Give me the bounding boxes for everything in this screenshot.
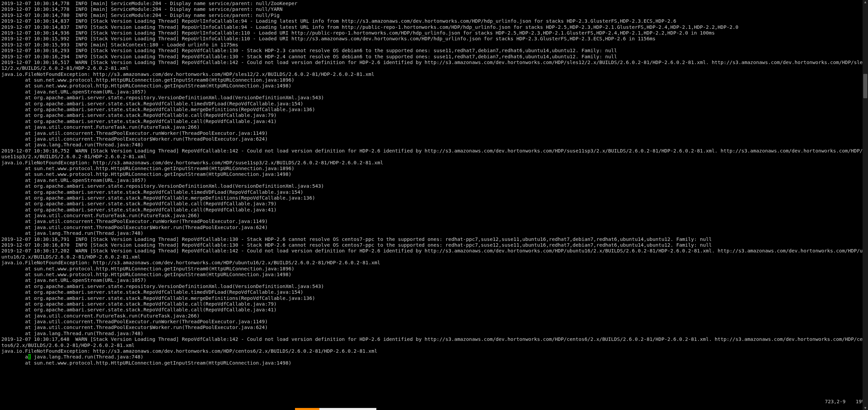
log-line: at java.lang.Thread.run(Thread.java:748): [1, 331, 867, 336]
log-line: at java.util.concurrent.ThreadPoolExecut…: [1, 225, 867, 230]
log-line: at java.net.URL.openStream(URL.java:1057…: [1, 278, 867, 283]
log-line: 2019-12-07 10:30:14,837 INFO [Stack Vers…: [1, 18, 867, 24]
log-line: at org.apache.ambari.server.state.stack.…: [1, 107, 867, 112]
log-line: at org.apache.ambari.server.state.stack.…: [1, 307, 867, 313]
log-line: at java.lang.Thread.run(Thread.java:748): [1, 230, 867, 236]
log-line: 2019-12-07 10:30:15,993 INFO [main] Stac…: [1, 42, 867, 48]
vim-status-bar: 723,2-9 19%: [791, 399, 866, 405]
log-line: at org.apache.ambari.server.state.stack.…: [1, 301, 867, 307]
log-line: at org.apache.ambari.server.state.stack.…: [1, 207, 867, 213]
log-line: at java.net.URL.openStream(URL.java:1057…: [1, 89, 867, 95]
log-line: 2019-12-07 10:30:17,202 WARN [Stack Vers…: [1, 248, 867, 260]
log-line: at org.apache.ambari.server.state.stack.…: [1, 201, 867, 207]
log-line: at org.apache.ambari.server.state.stack.…: [1, 119, 867, 124]
terminal-viewport[interactable]: 2019-12-07 10:30:14,778 INFO [main] Serv…: [0, 0, 868, 410]
text-cursor: t: [28, 354, 31, 360]
log-line: at org.apache.ambari.server.state.reposi…: [1, 284, 867, 289]
log-line: 2019-12-07 10:30:14,936 INFO [Stack Vers…: [1, 30, 867, 36]
log-line: 2019-12-07 10:30:16,870 INFO [Stack Vers…: [1, 242, 867, 248]
scroll-down-icon[interactable]: ▼: [863, 406, 867, 410]
log-line: at java.util.concurrent.FutureTask.run(F…: [1, 213, 867, 219]
log-line: at sun.net.www.protocol.http.HttpURLConn…: [1, 266, 867, 272]
log-line: 2019-12-07 10:30:14,778 INFO [main] Serv…: [1, 6, 867, 12]
log-line: 2019-12-07 10:30:14,780 INFO [main] Serv…: [1, 13, 867, 18]
log-line: java.io.FileNotFoundException: http://s3…: [1, 160, 867, 166]
log-line: at org.apache.ambari.server.state.stack.…: [1, 189, 867, 195]
log-line: 2019-12-07 10:30:14,778 INFO [main] Serv…: [1, 1, 867, 6]
log-line: at sun.net.www.protocol.http.HttpURLConn…: [1, 360, 867, 366]
log-line: at org.apache.ambari.server.state.reposi…: [1, 95, 867, 101]
log-line: 2019-12-07 10:30:17,648 WARN [Stack Vers…: [1, 336, 867, 348]
log-line: at java.util.concurrent.ThreadPoolExecut…: [1, 136, 867, 142]
log-line: 2019-12-07 10:30:16,517 WARN [Stack Vers…: [1, 60, 867, 71]
log-line: at java.net.URL.openStream(URL.java:1057…: [1, 178, 867, 183]
log-line: 2019-12-07 10:30:15,992 INFO [Stack Vers…: [1, 36, 867, 42]
scroll-up-icon[interactable]: ▲: [863, 0, 867, 4]
log-line: at org.apache.ambari.server.state.stack.…: [1, 101, 867, 107]
log-line: 2019-12-07 10:30:16,752 WARN [Stack Vers…: [1, 148, 867, 160]
log-line: java.io.FileNotFoundException: http://s3…: [1, 348, 867, 354]
log-line: java.io.FileNotFoundException: http://s3…: [1, 260, 867, 266]
log-line: at org.apache.ambari.server.state.stack.…: [1, 112, 867, 118]
log-line: 2019-12-07 10:30:16,294 INFO [Stack Vers…: [1, 54, 867, 60]
log-line: java.io.FileNotFoundException: http://s3…: [1, 71, 867, 77]
log-line: at java.util.concurrent.ThreadPoolExecut…: [1, 130, 867, 136]
log-line: at sun.net.www.protocol.http.HttpURLConn…: [1, 83, 867, 89]
log-line: 2019-12-07 10:30:14,837 INFO [Stack Vers…: [1, 24, 867, 30]
log-line: 2019-12-07 10:30:16,791 INFO [Stack Vers…: [1, 237, 867, 242]
log-line: at sun.net.www.protocol.http.HttpURLConn…: [1, 272, 867, 278]
log-line: at org.apache.ambari.server.state.stack.…: [1, 295, 867, 301]
log-line: at sun.net.www.protocol.http.HttpURLConn…: [1, 77, 867, 83]
log-line: at java.util.concurrent.ThreadPoolExecut…: [1, 325, 867, 330]
log-line: at java.util.concurrent.ThreadPoolExecut…: [1, 219, 867, 224]
log-line: at java.lang.Thread.run(Thread.java:748): [1, 354, 867, 360]
log-line: at org.apache.ambari.server.state.reposi…: [1, 183, 867, 189]
scrollbar-thumb[interactable]: [863, 74, 867, 99]
log-line: at java.lang.Thread.run(Thread.java:748): [1, 142, 867, 148]
log-line: 2019-12-07 10:30:16,293 INFO [Stack Vers…: [1, 48, 867, 54]
vertical-scrollbar[interactable]: ▲ ▼: [863, 0, 868, 410]
log-line: at sun.net.www.protocol.http.HttpURLConn…: [1, 171, 867, 177]
cursor-position: 723,2-9: [825, 399, 846, 405]
log-line: at java.util.concurrent.FutureTask.run(F…: [1, 124, 867, 130]
log-line: at java.util.concurrent.FutureTask.run(F…: [1, 313, 867, 319]
log-line: at org.apache.ambari.server.state.stack.…: [1, 195, 867, 201]
log-line: at sun.net.www.protocol.http.HttpURLConn…: [1, 166, 867, 171]
log-line: at org.apache.ambari.server.state.stack.…: [1, 289, 867, 295]
taskbar-peek: [295, 408, 376, 410]
log-output[interactable]: 2019-12-07 10:30:14,778 INFO [main] Serv…: [0, 0, 868, 366]
log-line: at java.util.concurrent.ThreadPoolExecut…: [1, 319, 867, 325]
